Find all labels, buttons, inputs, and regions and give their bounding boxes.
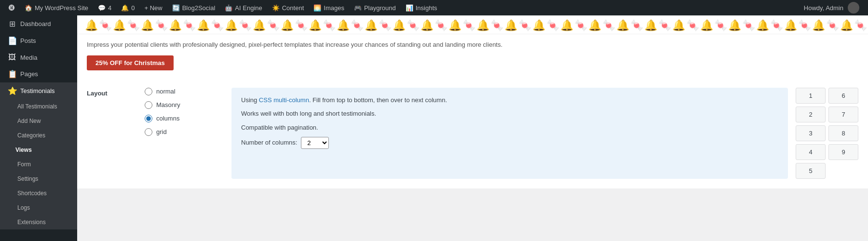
christmas-offer-button[interactable]: 25% OFF for Christmas <box>87 55 174 70</box>
testimonials-icon: ⭐ <box>8 86 16 95</box>
sidebar-item-lite-vs-pro[interactable]: Lite vs Pro <box>0 239 77 241</box>
avatar <box>848 2 859 13</box>
sidebar-item-form[interactable]: Form <box>0 157 77 172</box>
layout-radio-normal[interactable] <box>145 88 152 95</box>
col-num-3[interactable]: 3 <box>796 125 826 141</box>
layout-radio-grid[interactable] <box>145 128 152 136</box>
columns-count-select[interactable]: 1 2 3 4 5 6 <box>301 137 329 149</box>
layout-option-normal[interactable]: normal <box>145 88 222 95</box>
insights-icon: 📊 <box>406 4 413 12</box>
site-icon: 🏠 <box>25 4 32 12</box>
sidebar-item-all-testimonials[interactable]: All Testimonials <box>0 99 77 114</box>
site-name[interactable]: 🏠 My WordPress Site <box>20 0 93 15</box>
christmas-banner: 🔔🍬🔔🍬🔔🍬🔔🍬🔔🍬🔔🍬🔔🍬🔔🍬🔔🍬🔔🍬🔔🍬🔔🍬🔔🍬🔔🍬🔔🍬🔔🍬🔔🍬🔔🍬🔔🍬🔔🍬… <box>77 15 868 78</box>
layout-radio-masonry[interactable] <box>145 101 152 109</box>
images-icon: 🌅 <box>313 4 321 12</box>
christmas-decorations: 🔔🍬🔔🍬🔔🍬🔔🍬🔔🍬🔔🍬🔔🍬🔔🍬🔔🍬🔔🍬🔔🍬🔔🍬🔔🍬🔔🍬🔔🍬🔔🍬🔔🍬🔔🍬🔔🍬🔔🍬… <box>77 15 868 34</box>
howdy-user[interactable]: Howdy, Admin <box>799 0 864 15</box>
col-num-4[interactable]: 4 <box>796 144 826 160</box>
ai-engine-icon: 🤖 <box>225 4 232 12</box>
comments-link[interactable]: 💬 4 <box>93 0 116 15</box>
css-multicolumn-link[interactable]: CSS multi-column <box>259 96 309 104</box>
columns-count-row: Number of columns: 1 2 3 4 5 6 <box>241 137 778 149</box>
blog2social-menu[interactable]: 🔄 Blog2Social <box>167 0 220 15</box>
playground-menu[interactable]: 🎮 Playground <box>349 0 401 15</box>
main-content: 🔔🍬🔔🍬🔔🍬🔔🍬🔔🍬🔔🍬🔔🍬🔔🍬🔔🍬🔔🍬🔔🍬🔔🍬🔔🍬🔔🍬🔔🍬🔔🍬🔔🍬🔔🍬🔔🍬🔔🍬… <box>77 15 868 241</box>
col-num-7[interactable]: 7 <box>828 107 858 122</box>
sidebar-item-pages[interactable]: 📋 Pages <box>0 66 77 82</box>
christmas-text-section: Impress your potential clients with prof… <box>77 34 868 78</box>
sidebar-item-views[interactable]: Views <box>0 143 77 157</box>
layout-description-3: Compatible with pagination. <box>241 123 778 133</box>
layout-option-columns[interactable]: columns <box>145 115 222 122</box>
layout-option-grid[interactable]: grid <box>145 128 222 136</box>
content-icon: ☀️ <box>272 4 280 12</box>
admin-bar: 🅦 🏠 My WordPress Site 💬 4 🔔 0 + New 🔄 Bl… <box>0 0 868 15</box>
sidebar-item-shortcodes[interactable]: Shortcodes <box>0 186 77 201</box>
layout-description-2: Works well with both long and short test… <box>241 109 778 119</box>
content-menu[interactable]: ☀️ Content <box>267 0 309 15</box>
col-num-empty <box>828 163 858 179</box>
sidebar: ⊞ Dashboard 📄 Posts 🖼 Media 📋 Pages ⭐ Te… <box>0 15 77 241</box>
col-num-8[interactable]: 8 <box>828 125 858 141</box>
col-num-5[interactable]: 5 <box>796 163 826 179</box>
sidebar-item-posts[interactable]: 📄 Posts <box>0 32 77 49</box>
col-num-2[interactable]: 2 <box>796 107 826 122</box>
insights-menu[interactable]: 📊 Insights <box>401 0 442 15</box>
comment-icon: 💬 <box>98 4 106 12</box>
sidebar-item-extensions[interactable]: Extensions <box>0 215 77 229</box>
sidebar-item-categories[interactable]: Categories <box>0 128 77 143</box>
column-numbers-grid: 1 6 2 7 3 8 4 9 5 <box>796 88 858 179</box>
layout-section: Layout normal Masonry columns grid <box>77 78 868 188</box>
sidebar-item-dashboard[interactable]: ⊞ Dashboard <box>0 15 77 32</box>
layout-description-1: Using CSS multi-column. Fill from top to… <box>241 95 778 106</box>
playground-icon: 🎮 <box>354 4 362 12</box>
sidebar-item-add-new[interactable]: Add New <box>0 114 77 128</box>
col-num-1[interactable]: 1 <box>796 88 826 104</box>
layout-section-label: Layout <box>87 88 145 179</box>
images-menu[interactable]: 🌅 Images <box>309 0 349 15</box>
wp-icon: 🅦 <box>9 4 15 12</box>
posts-icon: 📄 <box>8 36 16 45</box>
col-num-6[interactable]: 6 <box>828 88 858 104</box>
blog2social-icon: 🔄 <box>172 4 180 12</box>
layout-info-box: Using CSS multi-column. Fill from top to… <box>231 88 788 179</box>
ai-engine-menu[interactable]: 🤖 AI Engine <box>220 0 267 15</box>
alerts-link[interactable]: 🔔 0 <box>116 0 139 15</box>
dashboard-icon: ⊞ <box>8 19 16 28</box>
testimonials-submenu: All Testimonials Add New Categories View… <box>0 99 77 229</box>
layout-option-masonry[interactable]: Masonry <box>145 101 222 109</box>
alert-icon: 🔔 <box>121 4 129 12</box>
sidebar-item-settings[interactable]: Settings <box>0 172 77 186</box>
wp-logo[interactable]: 🅦 <box>4 0 20 15</box>
columns-count-label: Number of columns: <box>241 138 297 148</box>
col-num-9[interactable]: 9 <box>828 144 858 160</box>
sidebar-item-logs[interactable]: Logs <box>0 201 77 215</box>
sidebar-item-media[interactable]: 🖼 Media <box>0 49 77 66</box>
christmas-description: Impress your potential clients with prof… <box>87 40 858 50</box>
sidebar-item-testimonials[interactable]: ⭐ Testimonials <box>0 82 77 99</box>
layout-radio-columns[interactable] <box>145 115 152 122</box>
new-content-button[interactable]: + New <box>139 0 167 15</box>
pages-icon: 📋 <box>8 69 16 79</box>
media-icon: 🖼 <box>8 53 16 62</box>
layout-options: normal Masonry columns grid <box>145 88 222 179</box>
